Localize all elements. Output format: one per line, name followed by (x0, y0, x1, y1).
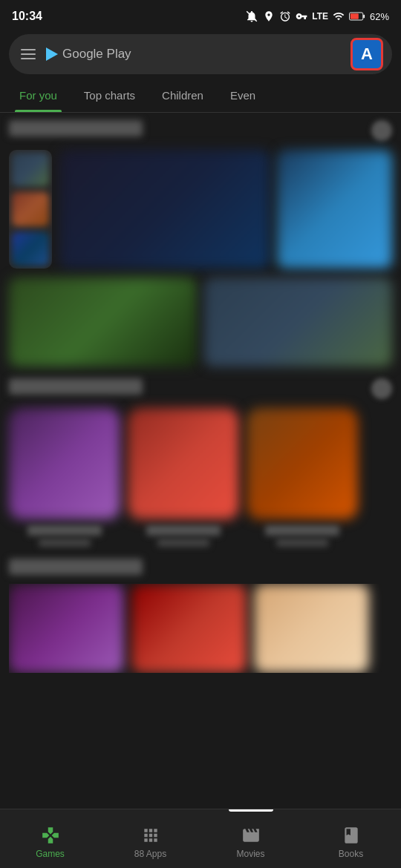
app-icon-blur-2 (12, 192, 49, 226)
nav-apps[interactable]: 88 Apps (100, 809, 200, 868)
nav-games[interactable]: Games (0, 809, 100, 868)
category-tabs: For you Top charts Children Even (0, 79, 401, 113)
nav-movies-label: Movies (236, 849, 264, 859)
app-sub-blur-1 (39, 539, 91, 547)
suggested-section (0, 366, 401, 547)
section-more-icon-2 (371, 378, 392, 399)
tab-events[interactable]: Even (217, 79, 269, 112)
bottom-navigation: Games 88 Apps Movies Books (0, 809, 401, 868)
horiz-app-2 (131, 584, 247, 673)
second-section (0, 269, 401, 366)
avatar-letter: A (361, 45, 373, 64)
status-icons: LTE 62% (245, 10, 389, 23)
notification-off-icon (245, 10, 258, 23)
hamburger-menu-button[interactable] (18, 46, 39, 62)
tab-for-you[interactable]: For you (6, 79, 71, 112)
app-icon-blur-3 (12, 232, 49, 266)
app-item-1 (9, 408, 120, 547)
app-icon-1 (9, 408, 120, 519)
lte-indicator: LTE (312, 11, 328, 22)
app-name-blur-1 (27, 525, 102, 536)
third-section (0, 547, 401, 673)
games-icon (40, 825, 61, 846)
horizontal-app-row (9, 584, 392, 673)
suggested-apps-row (9, 408, 392, 547)
play-triangle-icon (46, 47, 58, 61)
signal-icon (333, 10, 345, 22)
alarm-icon (279, 10, 291, 22)
wide-card-2 (204, 277, 392, 366)
app-icon-blur-1 (12, 153, 49, 186)
section-more-icon-1 (371, 120, 392, 141)
svg-rect-2 (351, 13, 359, 19)
tab-top-charts[interactable]: Top charts (71, 79, 149, 112)
horiz-app-1 (9, 584, 124, 673)
svg-rect-3 (363, 15, 365, 19)
app-icon-2 (128, 408, 239, 519)
nav-books-label: Books (339, 849, 363, 859)
main-content (0, 113, 401, 803)
books-icon (341, 825, 362, 846)
featured-card-right (277, 150, 392, 269)
battery-icon (349, 11, 365, 22)
location-icon (263, 10, 275, 22)
status-bar: 10:34 LTE 62% (0, 0, 401, 30)
horiz-app-3 (254, 584, 369, 673)
section-title-blur-3 (9, 559, 143, 575)
movies-icon (241, 825, 261, 846)
app-name-blur-3 (265, 525, 339, 536)
app-sub-blur-3 (276, 539, 328, 547)
key-icon (296, 10, 307, 22)
app-name-blur-2 (146, 525, 221, 536)
account-avatar-button[interactable]: A (351, 38, 383, 70)
nav-games-label: Games (36, 849, 65, 859)
apps-icon (140, 825, 161, 846)
google-play-logo: Google Play (46, 47, 343, 62)
tab-children[interactable]: Children (149, 79, 217, 112)
featured-card-left (9, 150, 52, 269)
app-item-3 (247, 408, 358, 547)
app-icon-3 (247, 408, 358, 519)
nav-movies[interactable]: Movies (200, 809, 301, 868)
battery-percent: 62% (370, 11, 389, 22)
featured-card-main (59, 150, 270, 269)
app-sub-blur-2 (157, 539, 209, 547)
nav-books[interactable]: Books (301, 809, 401, 868)
google-play-text: Google Play (62, 47, 131, 62)
search-bar[interactable]: Google Play A (9, 34, 392, 74)
section-title-blur-2 (9, 378, 143, 395)
nav-apps-label: 88 Apps (134, 849, 166, 859)
section-title-blur-1 (9, 120, 143, 137)
wide-card-1 (9, 277, 197, 366)
status-time: 10:34 (12, 10, 42, 23)
app-item-2 (128, 408, 239, 547)
featured-section (0, 113, 401, 269)
